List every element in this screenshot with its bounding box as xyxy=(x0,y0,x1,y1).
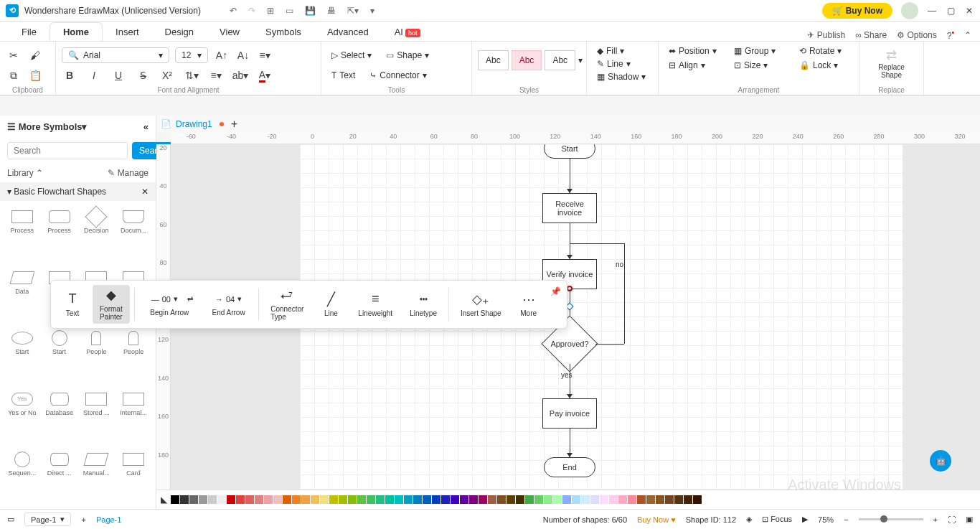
color-swatch[interactable] xyxy=(544,495,552,504)
color-swatch[interactable] xyxy=(618,495,627,504)
new-icon[interactable]: ⊞ xyxy=(267,6,274,16)
bullets-icon[interactable]: ≡▾ xyxy=(208,67,224,83)
document-tab[interactable]: 📄 Drawing1 xyxy=(161,119,212,129)
decrease-font-icon[interactable]: A↓ xyxy=(235,47,251,63)
save-icon[interactable]: 💾 xyxy=(305,6,316,16)
shape-library-item[interactable]: Internal... xyxy=(116,386,151,446)
share-button[interactable]: ∞ Share xyxy=(855,30,887,40)
align-menu-icon[interactable]: ≡▾ xyxy=(257,47,273,63)
color-swatch[interactable] xyxy=(264,495,273,504)
color-swatch[interactable] xyxy=(189,495,198,504)
color-swatch[interactable] xyxy=(693,495,702,504)
float-format-painter[interactable]: ◆Format Painter xyxy=(93,285,130,324)
color-swatch[interactable] xyxy=(385,495,394,504)
style-preset-2[interactable]: Abc xyxy=(512,50,542,70)
color-swatch[interactable] xyxy=(609,495,618,504)
color-swatch[interactable] xyxy=(413,495,422,504)
node-receive-invoice[interactable]: Receive invoice xyxy=(542,193,597,223)
zoom-out-button[interactable]: − xyxy=(844,515,848,524)
color-swatch[interactable] xyxy=(236,495,245,504)
color-swatch[interactable] xyxy=(339,495,347,504)
style-preset-3[interactable]: Abc xyxy=(545,50,575,70)
color-swatch[interactable] xyxy=(600,495,608,504)
float-lineweight[interactable]: ≡Lineweight xyxy=(351,285,400,324)
layers-icon[interactable]: ◈ xyxy=(746,515,752,524)
color-swatch[interactable] xyxy=(227,495,235,504)
zoom-slider[interactable] xyxy=(859,518,923,520)
color-swatch[interactable] xyxy=(628,495,636,504)
more-qat-icon[interactable]: ▾ xyxy=(370,6,374,16)
close-button[interactable]: ✕ xyxy=(964,6,974,16)
color-swatch[interactable] xyxy=(665,495,674,504)
color-swatch[interactable] xyxy=(423,495,431,504)
shape-library-item[interactable]: Database xyxy=(42,386,77,446)
print-icon[interactable]: 🖶 xyxy=(327,6,336,16)
color-swatch[interactable] xyxy=(208,495,217,504)
shape-library-item[interactable]: Sequen... xyxy=(4,446,40,506)
color-swatch[interactable] xyxy=(479,495,487,504)
pin-icon[interactable]: 📌 xyxy=(550,286,561,296)
color-swatch[interactable] xyxy=(283,495,291,504)
shape-tool[interactable]: ▭ Shape▾ xyxy=(382,49,433,62)
page-selector[interactable]: Page-1 ▾ xyxy=(24,512,71,526)
color-swatch[interactable] xyxy=(656,495,664,504)
float-line[interactable]: ╱Line xyxy=(314,285,348,324)
shape-library-item[interactable]: Start xyxy=(42,325,77,385)
user-avatar[interactable] xyxy=(901,2,918,19)
collapse-sidebar-icon[interactable]: « xyxy=(143,121,149,132)
page-layout-icon[interactable]: ▭ xyxy=(7,515,14,524)
maximize-button[interactable]: ▢ xyxy=(946,6,956,16)
color-swatch[interactable] xyxy=(311,495,319,504)
color-swatch[interactable] xyxy=(572,495,580,504)
shape-library-item[interactable]: Direct ... xyxy=(42,446,77,506)
lock-button[interactable]: 🔒 Lock▾ xyxy=(795,59,853,72)
node-end[interactable]: End xyxy=(544,457,595,477)
color-swatch[interactable] xyxy=(637,495,646,504)
float-begin-arrow[interactable]: — 00 ▾⇄ Begin Arrow xyxy=(139,285,200,324)
shape-library-item[interactable]: Process xyxy=(4,204,40,263)
group-button[interactable]: ▦ Group▾ xyxy=(730,45,788,57)
color-swatch[interactable] xyxy=(451,495,459,504)
color-swatch[interactable] xyxy=(553,495,562,504)
underline-icon[interactable]: U xyxy=(110,67,126,83)
color-swatch[interactable] xyxy=(245,495,254,504)
font-size-combo[interactable]: 12▾ xyxy=(175,47,208,63)
shape-library-item[interactable]: Card xyxy=(116,446,151,506)
shape-category-header[interactable]: ▾ Basic Flowchart Shapes✕ xyxy=(0,182,156,201)
float-more[interactable]: ⋯More xyxy=(512,285,546,324)
node-pay-invoice[interactable]: Pay invoice xyxy=(542,398,597,429)
case-icon[interactable]: ab▾ xyxy=(232,67,248,83)
color-swatch[interactable] xyxy=(171,495,179,504)
color-swatch[interactable] xyxy=(488,495,496,504)
connector-tool[interactable]: ⤷ Connector▾ xyxy=(365,69,430,82)
copy-icon[interactable]: ⧉ xyxy=(6,67,22,83)
color-swatch[interactable] xyxy=(534,495,543,504)
node-start[interactable]: Start xyxy=(544,144,595,159)
color-swatch[interactable] xyxy=(497,495,506,504)
color-swatch[interactable] xyxy=(292,495,301,504)
presentation-icon[interactable]: ▶ xyxy=(802,515,808,524)
shadow-button[interactable]: ▦ Shadow▾ xyxy=(593,70,652,83)
tab-advanced[interactable]: Advanced xyxy=(314,23,382,41)
buy-now-button[interactable]: 🛒 Buy Now xyxy=(822,3,892,19)
tab-ai[interactable]: AIhot xyxy=(382,23,433,41)
line-spacing-icon[interactable]: ⇅▾ xyxy=(184,67,199,83)
collapse-ribbon-icon[interactable]: ⌃ xyxy=(964,30,971,40)
tab-design[interactable]: Design xyxy=(152,23,207,41)
open-icon[interactable]: ▭ xyxy=(286,6,293,16)
font-family-combo[interactable]: 🔍 Arial▾ xyxy=(62,47,169,63)
add-page-button[interactable]: + xyxy=(81,515,85,524)
redo-icon[interactable]: ↷ xyxy=(248,6,255,16)
fit-page-icon[interactable]: ⛶ xyxy=(948,515,956,524)
text-tool[interactable]: T Text xyxy=(327,69,359,82)
italic-icon[interactable]: I xyxy=(86,67,102,83)
float-end-arrow[interactable]: → 04 ▾ End Arrow xyxy=(203,285,254,324)
node-approved-decision[interactable]: Approved? xyxy=(541,324,598,364)
minimize-button[interactable]: — xyxy=(927,6,937,16)
zoom-level[interactable]: 75% xyxy=(818,515,834,524)
color-swatch[interactable] xyxy=(441,495,450,504)
color-swatch[interactable] xyxy=(301,495,310,504)
add-document-tab[interactable]: + xyxy=(231,118,237,131)
color-swatch[interactable] xyxy=(348,495,357,504)
shape-library-item[interactable]: Process xyxy=(42,204,77,263)
